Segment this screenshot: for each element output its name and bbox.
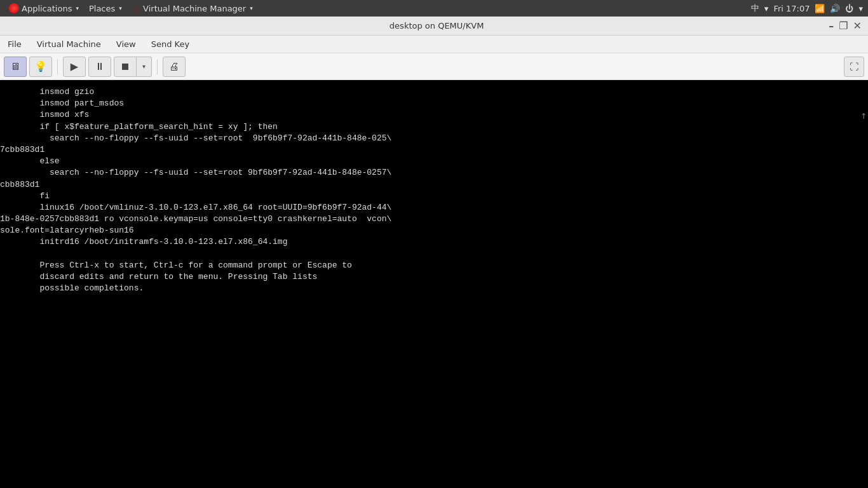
toolbar: 🖥 💡 ▶ ⏸ ⏹ ▾ 🖨 ⛶ (0, 53, 868, 80)
menu-view[interactable]: View (114, 38, 139, 50)
vm-manager-menu[interactable]: ▦ Virtual Machine Manager ▾ (128, 3, 257, 13)
applications-menu[interactable]: Applications ▾ (5, 3, 83, 13)
volume-icon[interactable]: 🔊 (830, 4, 840, 13)
system-bar-left: Applications ▾ Places ▾ ▦ Virtual Machin… (5, 3, 257, 13)
toolbar-screenshot-btn[interactable]: 🖨 (163, 57, 186, 77)
applications-chevron: ▾ (76, 5, 79, 11)
places-chevron: ▾ (119, 5, 122, 11)
minimize-button[interactable]: – (829, 21, 834, 31)
menu-send-key[interactable]: Send Key (149, 38, 192, 50)
toolbar-sep1 (57, 59, 58, 74)
input-method-chevron: ▾ (764, 4, 769, 13)
network-icon: 📶 (815, 4, 825, 13)
menu-virtual-machine[interactable]: Virtual Machine (34, 38, 104, 50)
toolbar-sep2 (157, 59, 158, 74)
vm-manager-icon: ▦ (132, 3, 140, 13)
toolbar-run-btn[interactable]: ▶ (63, 57, 86, 77)
vm-manager-chevron: ▾ (250, 5, 253, 11)
clock: Fri 17:07 (773, 4, 810, 13)
terminal-output: insmod gzio insmod part_msdos insmod xfs… (0, 80, 868, 301)
input-method[interactable]: 中 (751, 3, 759, 14)
places-label: Places (89, 4, 115, 13)
vm-titlebar: desktop on QEMU/KVM – ❐ ✕ (0, 17, 868, 36)
menu-file[interactable]: File (5, 38, 24, 50)
terminal-area[interactable]: insmod gzio insmod part_msdos insmod xfs… (0, 80, 868, 488)
applications-icon (9, 3, 19, 13)
vm-window-controls: – ❐ ✕ (829, 21, 862, 31)
applications-label: Applications (22, 4, 72, 13)
toolbar-console-btn[interactable]: 💡 (29, 57, 52, 77)
toolbar-display-btn[interactable]: 🖥 (4, 57, 27, 77)
toolbar-stop-dropdown[interactable]: ▾ (137, 57, 152, 77)
menu-bar: File Virtual Machine View Send Key (0, 36, 868, 53)
places-menu[interactable]: Places ▾ (85, 4, 126, 13)
toolbar-pause-btn[interactable]: ⏸ (88, 57, 111, 77)
power-chevron: ▾ (858, 4, 863, 13)
restore-button[interactable]: ❐ (839, 21, 848, 31)
vm-window: desktop on QEMU/KVM – ❐ ✕ File Virtual M… (0, 17, 868, 488)
system-bar: Applications ▾ Places ▾ ▦ Virtual Machin… (0, 0, 868, 17)
vm-title: desktop on QEMU/KVM (44, 21, 829, 30)
close-button[interactable]: ✕ (853, 21, 862, 31)
toolbar-stop-group: ⏹ ▾ (114, 57, 152, 77)
toolbar-expand-btn[interactable]: ⛶ (844, 57, 864, 77)
toolbar-stop-btn[interactable]: ⏹ (114, 57, 137, 77)
power-icon[interactable]: ⏻ (845, 4, 853, 13)
vm-manager-label: Virtual Machine Manager (143, 4, 246, 13)
system-bar-right: 中 ▾ Fri 17:07 📶 🔊 ⏻ ▾ (751, 3, 863, 14)
scrollbar-up[interactable]: ↑ (860, 112, 867, 121)
